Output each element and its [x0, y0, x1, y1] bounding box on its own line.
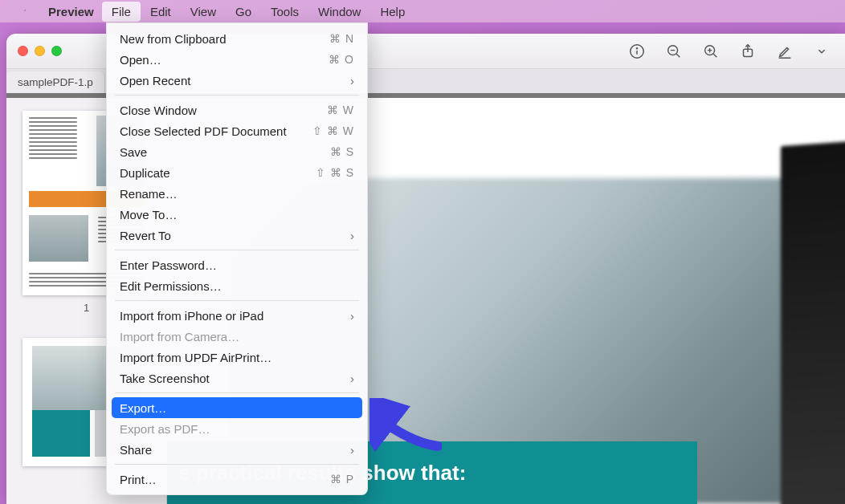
menu-separator — [115, 95, 359, 96]
zoom-window-button[interactable] — [51, 46, 62, 56]
menu-help[interactable]: Help — [370, 2, 414, 22]
menu-item-label: Share — [120, 443, 350, 457]
zoom-in-icon[interactable] — [699, 39, 723, 63]
menu-item-label: Move To… — [120, 208, 354, 222]
menu-separator — [115, 250, 359, 250]
menu-item-revert-to[interactable]: Revert To› — [112, 225, 362, 246]
menu-item-label: Export… — [120, 401, 354, 415]
menu-item-import-from-camera: Import from Camera… — [112, 326, 362, 347]
menu-item-open-recent[interactable]: Open Recent› — [112, 70, 362, 91]
menu-item-label: Duplicate — [120, 166, 316, 180]
menu-separator — [115, 464, 359, 465]
menu-item-import-from-updf-airprint[interactable]: Import from UPDF AirPrint… — [112, 347, 362, 368]
menu-item-edit-permissions[interactable]: Edit Permissions… — [112, 275, 362, 296]
menu-item-label: Edit Permissions… — [120, 279, 354, 293]
minimize-window-button[interactable] — [35, 46, 45, 56]
menu-item-close-window[interactable]: Close Window⌘ W — [112, 100, 362, 120]
menu-item-label: Take Screenshot — [120, 372, 350, 385]
menu-item-export-as-pdf: Export as PDF… — [112, 418, 362, 439]
info-icon[interactable] — [625, 39, 649, 63]
menu-window[interactable]: Window — [308, 2, 370, 22]
menu-item-shortcut: ⇧ ⌘ S — [316, 166, 354, 179]
menu-item-shortcut: ⌘ P — [330, 473, 354, 486]
menu-separator — [115, 300, 359, 301]
document-image-detail — [781, 140, 845, 504]
menu-item-move-to[interactable]: Move To… — [112, 204, 362, 225]
window-controls — [18, 46, 62, 56]
svg-line-4 — [676, 54, 680, 57]
annotation-arrow — [369, 398, 442, 454]
menu-item-save[interactable]: Save⌘ S — [112, 141, 362, 162]
menu-item-label: Print… — [120, 473, 330, 486]
menu-item-shortcut: ⌘ O — [329, 53, 354, 66]
menu-item-shortcut: ⌘ S — [330, 145, 354, 158]
menu-item-shortcut: ⌘ N — [329, 32, 354, 45]
menu-item-label: Import from Camera… — [120, 330, 354, 343]
toolbar-menu-chevron-icon[interactable] — [810, 39, 834, 63]
menu-item-label: Import from UPDF AirPrint… — [120, 351, 354, 364]
menu-item-label: Close Selected PDF Document — [120, 124, 312, 138]
menu-item-label: Open Recent — [120, 74, 350, 87]
menu-item-enter-password[interactable]: Enter Password… — [112, 254, 362, 275]
svg-line-7 — [713, 54, 716, 57]
close-window-button[interactable] — [18, 46, 28, 56]
share-icon[interactable] — [736, 39, 760, 63]
menu-item-take-screenshot[interactable]: Take Screenshot› — [112, 368, 362, 388]
apple-menu-icon[interactable] — [14, 4, 29, 18]
menu-item-export[interactable]: Export… — [112, 397, 362, 418]
menu-item-label: Rename… — [120, 187, 354, 201]
menu-item-print[interactable]: Print…⌘ P — [112, 469, 362, 490]
chevron-right-icon: › — [350, 74, 354, 87]
menu-item-label: Save — [120, 145, 330, 159]
app-name[interactable]: Preview — [40, 5, 102, 18]
menu-go[interactable]: Go — [226, 2, 261, 22]
menu-item-label: Enter Password… — [120, 258, 354, 272]
menu-view[interactable]: View — [181, 2, 226, 22]
menu-item-rename[interactable]: Rename… — [112, 183, 362, 204]
menu-item-label: Revert To — [120, 229, 350, 242]
menu-item-shortcut: ⌘ W — [327, 104, 354, 116]
menu-item-label: New from Clipboard — [120, 32, 329, 46]
svg-point-2 — [636, 47, 637, 48]
menu-file[interactable]: File — [102, 2, 141, 22]
menu-item-label: Open… — [120, 53, 329, 67]
menu-item-label: Close Window — [120, 104, 327, 117]
menu-item-import-from-iphone-or-ipad[interactable]: Import from iPhone or iPad› — [112, 305, 362, 326]
chevron-right-icon: › — [350, 443, 354, 457]
file-menu-dropdown: New from Clipboard⌘ NOpen…⌘ OOpen Recent… — [106, 22, 368, 495]
chevron-right-icon: › — [350, 229, 354, 242]
menu-item-duplicate[interactable]: Duplicate⇧ ⌘ S — [112, 162, 362, 183]
system-menubar: Preview File Edit View Go Tools Window H… — [0, 0, 845, 22]
menu-item-label: Export as PDF… — [120, 422, 354, 436]
chevron-right-icon: › — [350, 372, 354, 385]
markup-icon[interactable] — [773, 39, 797, 63]
menu-item-close-selected-pdf-document[interactable]: Close Selected PDF Document⇧ ⌘ W — [112, 120, 362, 141]
menu-tools[interactable]: Tools — [261, 2, 308, 22]
chevron-right-icon: › — [350, 309, 354, 323]
menu-item-share[interactable]: Share› — [112, 439, 362, 460]
menu-item-open[interactable]: Open…⌘ O — [112, 49, 362, 70]
menu-edit[interactable]: Edit — [141, 2, 181, 22]
document-tab[interactable]: samplePDF-1.p — [6, 71, 105, 93]
menu-separator — [115, 392, 359, 393]
menu-item-label: Import from iPhone or iPad — [120, 309, 350, 323]
menu-item-new-from-clipboard[interactable]: New from Clipboard⌘ N — [112, 28, 362, 49]
zoom-out-icon[interactable] — [662, 39, 686, 63]
menu-item-shortcut: ⇧ ⌘ W — [312, 124, 354, 137]
